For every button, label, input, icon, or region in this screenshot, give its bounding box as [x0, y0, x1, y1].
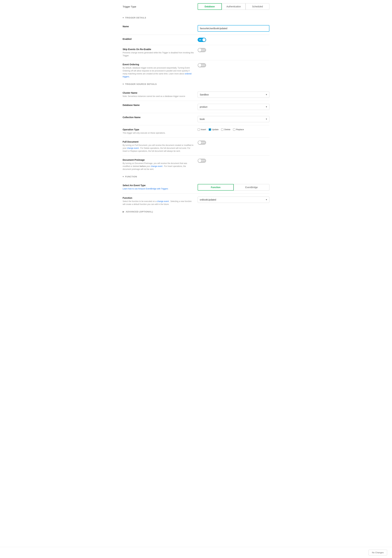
cluster-name-select-wrapper: Sandbox ▼ [198, 92, 269, 98]
document-preimage-toggle-knob [198, 159, 201, 162]
trigger-btn-authentication[interactable]: Authentication [222, 3, 246, 10]
collection-name-row: Collection Name book ▼ [123, 113, 269, 125]
operation-type-label-col: Operation Type This trigger will only ex… [123, 128, 198, 134]
document-preimage-label-col: Document Preimage By turning on Document… [123, 159, 198, 171]
cluster-name-label-col: Cluster Name Note: Serverless instances … [123, 92, 198, 98]
event-ordering-label: Event Ordering [123, 63, 194, 66]
delete-checkbox-item[interactable]: Delete [221, 128, 230, 131]
skip-events-row: Skip Events On Re-Enable Prevents change… [123, 45, 269, 60]
event-ordering-control-col: OFF [198, 63, 269, 67]
database-name-row: Database Name product ▼ [123, 101, 269, 113]
cluster-name-control-col: Sandbox ▼ [198, 92, 269, 98]
eventbridge-learn-link[interactable]: Learn how to use Amazon EventBridge with… [123, 188, 168, 190]
event-type-label: Select An Event Type [123, 184, 194, 187]
trigger-source-title: TRIGGER SOURCE DETAILS [125, 83, 157, 85]
replace-label: Replace [236, 128, 244, 131]
delete-checkbox[interactable] [221, 128, 223, 131]
full-document-control-col: OFF [198, 140, 269, 145]
delete-label: Delete [224, 128, 230, 131]
advanced-section-chevron[interactable]: ▶ [123, 210, 124, 213]
update-checkbox[interactable] [209, 128, 211, 131]
document-preimage-control-col: OFF [198, 159, 269, 163]
trigger-type-row: Trigger Type Database Authentication Sch… [123, 3, 269, 12]
full-document-label-col: Full Document By turning on Full Documen… [123, 140, 198, 153]
trigger-type-label: Trigger Type [123, 5, 198, 8]
cluster-name-description: Note: Serverless instances cannot be use… [123, 95, 194, 98]
enabled-label: Enabled [123, 38, 194, 40]
insert-label: Insert [201, 128, 206, 131]
full-document-change-event-link[interactable]: change event [127, 147, 139, 149]
replace-checkbox[interactable] [233, 128, 235, 131]
preimage-change-event-link[interactable]: change event [151, 165, 162, 167]
function-section-chevron[interactable]: ▾ [123, 175, 124, 178]
database-name-label: Database Name [123, 104, 194, 106]
document-preimage-row: Document Preimage By turning on Document… [123, 156, 269, 174]
document-preimage-toggle-label: OFF [202, 160, 205, 162]
insert-checkbox-item[interactable]: Insert [198, 128, 206, 131]
full-document-label: Full Document [123, 140, 194, 143]
name-input[interactable] [198, 25, 269, 32]
enabled-label-col: Enabled [123, 38, 198, 41]
full-document-toggle-label: OFF [202, 142, 205, 144]
full-document-toggle[interactable]: OFF [198, 140, 206, 145]
function-select-wrapper: onBookUpdated ▼ [198, 197, 269, 203]
collection-name-label: Collection Name [123, 116, 194, 119]
enabled-control-col: ON [198, 38, 269, 42]
skip-events-label-col: Skip Events On Re-Enable Prevents change… [123, 48, 198, 57]
skip-events-label: Skip Events On Re-Enable [123, 48, 194, 51]
event-ordering-label-col: Event Ordering By default, database trig… [123, 63, 198, 78]
name-row: Name [123, 22, 269, 35]
advanced-section: ▶ ADVANCED (OPTIONAL) [123, 210, 269, 213]
event-ordering-description: By default, database trigger events are … [123, 66, 194, 78]
database-name-label-col: Database Name [123, 104, 198, 107]
trigger-type-buttons: Database Authentication Scheduled [198, 3, 269, 10]
eventbridge-event-btn[interactable]: EventBridge [234, 184, 269, 191]
enabled-toggle[interactable]: ON [198, 38, 206, 42]
function-section: ▾ FUNCTION Select An Event Type Learn ho… [123, 175, 269, 209]
replace-checkbox-item[interactable]: Replace [233, 128, 244, 131]
full-document-description: By turning on Full Document, you will re… [123, 144, 194, 153]
trigger-details-title: TRIGGER DETAILS [125, 17, 146, 19]
function-select-row: Function Select the function to be execu… [123, 194, 269, 209]
operation-type-row: Operation Type This trigger will only ex… [123, 125, 269, 138]
document-preimage-description: By turning on Document Preimage, you wil… [123, 162, 194, 171]
update-checkbox-item[interactable]: Update [209, 128, 219, 131]
trigger-source-section: ▾ TRIGGER SOURCE DETAILS Cluster Name No… [123, 83, 269, 174]
skip-events-toggle-label: OFF [202, 49, 205, 51]
skip-events-toggle-knob [198, 48, 201, 52]
document-preimage-toggle[interactable]: OFF [198, 159, 206, 163]
trigger-btn-scheduled[interactable]: Scheduled [246, 3, 269, 10]
cluster-name-select[interactable]: Sandbox [198, 92, 269, 98]
update-label: Update [212, 128, 219, 131]
event-ordering-toggle-knob [198, 64, 201, 67]
event-type-row: Select An Event Type Learn how to use Am… [123, 181, 269, 194]
name-control-col [198, 25, 269, 32]
trigger-details-chevron[interactable]: ▾ [123, 16, 124, 19]
function-select-description: Select the function to be executed on a … [123, 200, 194, 206]
event-type-label-col: Select An Event Type Learn how to use Am… [123, 184, 198, 190]
name-label: Name [123, 25, 194, 28]
trigger-source-chevron[interactable]: ▾ [123, 83, 124, 85]
insert-checkbox[interactable] [198, 128, 200, 131]
event-ordering-toggle[interactable]: OFF [198, 63, 206, 67]
function-select-label-col: Function Select the function to be execu… [123, 197, 198, 206]
collection-name-label-col: Collection Name [123, 116, 198, 119]
name-label-col: Name [123, 25, 198, 28]
function-select[interactable]: onBookUpdated [198, 197, 269, 203]
enabled-row: Enabled ON [123, 35, 269, 45]
trigger-details-section: ▾ TRIGGER DETAILS Name Enabled ON [123, 16, 269, 81]
function-section-title: FUNCTION [125, 175, 137, 178]
function-change-event-link[interactable]: change event [157, 200, 169, 202]
function-event-btn[interactable]: Function [198, 184, 234, 191]
event-type-buttons: Function EventBridge [198, 184, 269, 191]
cluster-name-label: Cluster Name [123, 92, 194, 94]
collection-name-select[interactable]: book [198, 116, 269, 122]
full-document-row: Full Document By turning on Full Documen… [123, 138, 269, 156]
skip-events-toggle[interactable]: OFF [198, 48, 206, 52]
trigger-btn-database[interactable]: Database [198, 3, 222, 10]
event-ordering-toggle-label: OFF [202, 64, 205, 66]
function-section-header: ▾ FUNCTION [123, 175, 269, 178]
database-name-select[interactable]: product [198, 104, 269, 110]
operation-type-label: Operation Type [123, 128, 194, 131]
database-name-select-wrapper: product ▼ [198, 104, 269, 110]
